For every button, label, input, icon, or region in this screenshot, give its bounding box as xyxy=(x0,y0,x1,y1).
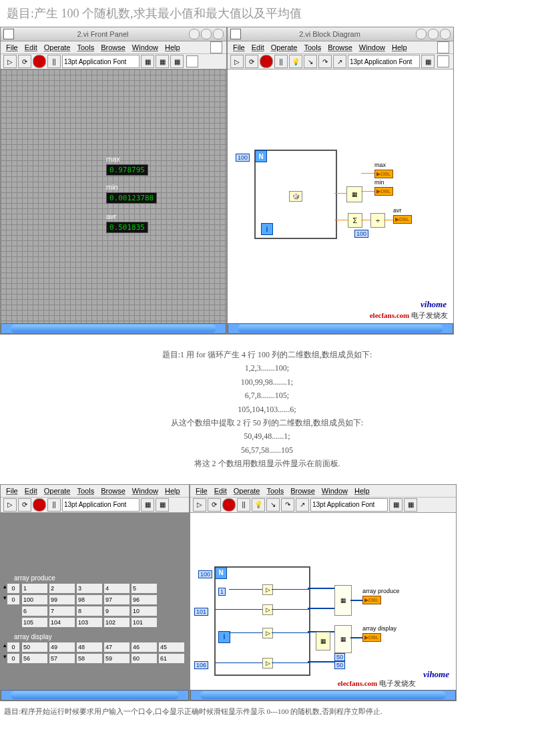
highlight-button[interactable]: 💡 xyxy=(252,498,265,512)
array-cell[interactable]: 45 xyxy=(158,642,185,652)
array-cell[interactable]: 96 xyxy=(131,594,158,605)
array-cell[interactable]: 98 xyxy=(76,594,103,605)
array-index[interactable]: 0 xyxy=(7,653,20,664)
window-buttons[interactable] xyxy=(416,29,451,39)
array-cell[interactable]: 10 xyxy=(131,606,158,616)
step-over-button[interactable]: ↷ xyxy=(318,55,332,68)
menu-edit[interactable]: Edit xyxy=(212,487,230,495)
step-button[interactable]: ↘ xyxy=(266,498,280,512)
align-button[interactable]: ▦ xyxy=(141,498,154,512)
for-loop[interactable]: N i 1 101 106 ▷ ▷ ▷ ▷ xyxy=(214,566,310,676)
distribute-button[interactable]: ▦ xyxy=(156,55,169,68)
abort-button[interactable] xyxy=(33,55,46,68)
menu-tools[interactable]: Tools xyxy=(301,43,324,51)
abort-button[interactable] xyxy=(222,498,236,512)
array-cell[interactable]: 47 xyxy=(103,642,130,652)
menu-edit[interactable]: Edit xyxy=(22,43,40,51)
array-cell[interactable]: 2 xyxy=(49,583,75,594)
scrollbar-h[interactable] xyxy=(1,690,189,701)
array-produce-terminal[interactable]: ▶DBL xyxy=(362,596,381,604)
pause-button[interactable]: || xyxy=(237,498,250,512)
menu-edit[interactable]: Edit xyxy=(22,487,40,495)
array-cell[interactable]: 102 xyxy=(103,617,130,628)
array-cell[interactable]: 61 xyxy=(158,653,185,664)
highlight-button[interactable]: 💡 xyxy=(289,55,302,68)
array-cell[interactable]: 6 xyxy=(21,606,48,616)
menu-help[interactable]: Help xyxy=(162,43,183,51)
titlebar[interactable]: 2.vi Block Diagram xyxy=(228,27,453,41)
menu-window[interactable]: Window xyxy=(319,487,350,495)
array-index[interactable]: 0 xyxy=(7,594,20,605)
menu-tools[interactable]: Tools xyxy=(74,43,97,51)
vi-icon-button[interactable] xyxy=(437,41,449,53)
constant-100[interactable]: 100 xyxy=(236,154,250,162)
random-node[interactable]: 🎲 xyxy=(289,191,302,202)
vi-icon-button[interactable] xyxy=(210,41,222,53)
align-button[interactable]: ▦ xyxy=(141,55,154,68)
array-cell[interactable]: 58 xyxy=(76,653,103,664)
step-out-button[interactable]: ↗ xyxy=(333,55,346,68)
menu-window[interactable]: Window xyxy=(129,487,161,495)
menu-operate[interactable]: Operate xyxy=(231,487,263,495)
menu-edit[interactable]: Edit xyxy=(249,43,267,51)
run-cont-button[interactable]: ⟳ xyxy=(18,498,31,512)
menu-operate[interactable]: Operate xyxy=(268,43,300,51)
align-button[interactable]: ▦ xyxy=(389,498,403,512)
menu-file[interactable]: File xyxy=(3,43,21,51)
array-cell[interactable]: 8 xyxy=(76,606,103,616)
titlebar[interactable]: 2.vi Front Panel xyxy=(1,27,226,41)
array-index[interactable]: 0 xyxy=(7,642,20,652)
array-cell[interactable]: 104 xyxy=(49,617,75,628)
menu-file[interactable]: File xyxy=(193,487,210,495)
array-display-terminal[interactable]: ▶DBL xyxy=(362,633,381,642)
array-cell[interactable]: 100 xyxy=(21,594,48,605)
menubar[interactable]: File Edit Operate Tools Browse Window He… xyxy=(1,485,189,498)
array-cell[interactable]: 4 xyxy=(103,583,130,594)
run-button[interactable]: ▷ xyxy=(193,498,206,512)
menubar[interactable]: File Edit Operate Tools Browse Window He… xyxy=(1,41,226,54)
array-cell[interactable]: 49 xyxy=(49,642,75,652)
font-select[interactable]: 13pt Application Font xyxy=(62,55,140,68)
menu-window[interactable]: Window xyxy=(129,43,161,51)
constant-50b[interactable]: 50 xyxy=(334,661,345,669)
scrollbar-h[interactable] xyxy=(228,323,453,334)
sum-node[interactable]: Σ xyxy=(348,213,362,228)
step-out-button[interactable]: ↗ xyxy=(296,498,309,512)
min-terminal[interactable]: ▶DBL xyxy=(374,187,393,196)
constant-100[interactable]: 100 xyxy=(198,570,212,578)
menu-operate[interactable]: Operate xyxy=(41,487,73,495)
run-cont-button[interactable]: ⟳ xyxy=(18,55,31,68)
avr-terminal[interactable]: ▶DBL xyxy=(393,215,412,224)
scrollbar-h[interactable] xyxy=(190,690,456,701)
constant-1[interactable]: 1 xyxy=(218,588,226,596)
menu-window[interactable]: Window xyxy=(356,43,388,51)
run-button[interactable]: ▷ xyxy=(3,55,17,68)
menu-browse[interactable]: Browse xyxy=(288,487,318,495)
constant-101[interactable]: 101 xyxy=(194,608,208,616)
block-diagram-body[interactable]: 100 N i 🎲 ▦ ▶DBL max ▶DBL min Σ ÷ 100 ▶D… xyxy=(228,69,453,323)
font-select[interactable]: 13pt Application Font xyxy=(62,498,140,512)
reorder-button[interactable]: ▦ xyxy=(170,55,184,68)
array-display-control[interactable]: ▴0 ▾0 504948474645565758596061 xyxy=(3,642,185,664)
array-cell[interactable]: 48 xyxy=(76,642,103,652)
menu-tools[interactable]: Tools xyxy=(264,487,286,495)
step-over-button[interactable]: ↷ xyxy=(281,498,294,512)
menu-help[interactable]: Help xyxy=(162,487,183,495)
block-diagram-body-2[interactable]: 100 N i 1 101 106 ▷ ▷ ▷ ▷ ▦ ▦ ▦ 50 50 xyxy=(190,513,456,690)
sub-node[interactable]: ▷ xyxy=(262,604,273,615)
run-button[interactable]: ▷ xyxy=(3,498,17,512)
index-array-node[interactable]: ▦ xyxy=(316,632,330,650)
menu-file[interactable]: File xyxy=(3,487,21,495)
menubar[interactable]: File Edit Operate Tools Browse Window He… xyxy=(228,41,453,54)
menu-browse[interactable]: Browse xyxy=(98,487,128,495)
array-cell[interactable]: 59 xyxy=(103,653,130,664)
array-cell[interactable]: 56 xyxy=(21,653,48,664)
font-select[interactable]: 13pt Application Font xyxy=(348,55,420,68)
pause-button[interactable]: || xyxy=(47,498,61,512)
align-button[interactable]: ▦ xyxy=(421,55,435,68)
constant-106[interactable]: 106 xyxy=(194,661,208,669)
pause-button[interactable]: || xyxy=(274,55,288,68)
add-node[interactable]: ▷ xyxy=(262,584,273,595)
constant-50[interactable]: 50 xyxy=(334,653,345,661)
menu-operate[interactable]: Operate xyxy=(41,43,73,51)
